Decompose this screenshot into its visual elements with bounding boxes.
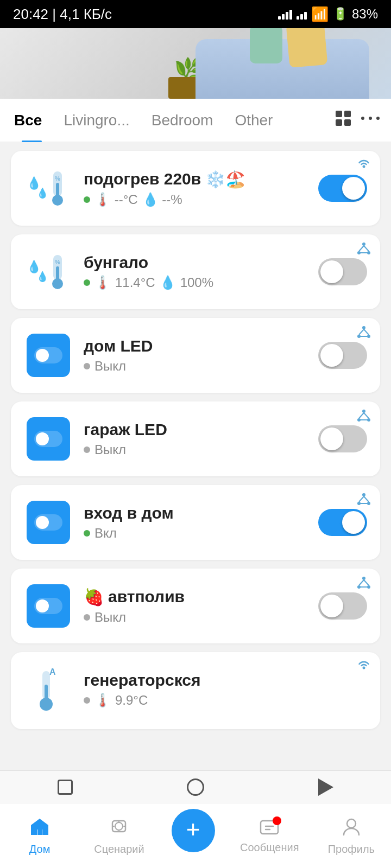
nav-label-home: Дом (29, 843, 51, 856)
sys-back-button[interactable] (315, 776, 337, 798)
svg-point-24 (52, 278, 63, 289)
svg-line-48 (364, 580, 369, 585)
toggle-knob (320, 427, 343, 450)
nav-item-scenarios[interactable]: Сценарий (92, 816, 146, 856)
recent-icon (58, 780, 73, 795)
battery-percent: 83% (352, 7, 378, 22)
hero-pillow1 (286, 28, 328, 68)
status-bar: 20:42 | 4,1 КБ/с 📶 🔋 83% (0, 0, 391, 28)
device-list: 💧 💧 % подогрев 220в ❄️🏖️ 🌡️ --°C 💧 --% (0, 142, 391, 738)
svg-rect-1 (344, 111, 351, 117)
svg-point-6 (376, 117, 380, 120)
status-dot (84, 279, 90, 286)
device-info-generator: генераторскся 🌡️ 9.9°C (84, 671, 367, 708)
device-card-entrance[interactable]: вход в дом Вкл (11, 485, 380, 560)
svg-point-44 (362, 577, 365, 580)
nav-item-messages[interactable]: Сообщения (240, 818, 299, 854)
toggle-heater[interactable] (318, 175, 367, 202)
device-icon-led2 (24, 414, 73, 463)
device-status-dom-led: Выкл (84, 359, 307, 374)
nav-label-scenarios: Сценарий (94, 843, 144, 856)
device-status-entrance: Вкл (84, 526, 307, 541)
device-card-generator[interactable]: A генераторскся 🌡️ 9.9°C (11, 652, 380, 729)
sys-recent-button[interactable] (54, 776, 76, 798)
toggle-dom-led[interactable] (318, 342, 367, 369)
toggle-knob (320, 595, 343, 617)
device-card-heater[interactable]: 💧 💧 % подогрев 220в ❄️🏖️ 🌡️ --°C 💧 --% (11, 151, 380, 226)
svg-line-18 (364, 246, 369, 251)
toggle-entrance[interactable] (318, 509, 367, 536)
svg-rect-53 (45, 685, 48, 700)
svg-point-59 (347, 819, 356, 828)
svg-point-4 (361, 117, 364, 120)
svg-line-36 (364, 413, 369, 418)
wifi-status-icon: 📶 (311, 6, 329, 23)
device-status-autowater: Выкл (84, 610, 307, 625)
scenarios-icon (108, 816, 130, 841)
nav-actions (335, 110, 380, 131)
device-icon-generator: A (24, 665, 73, 714)
sys-home-button[interactable] (185, 776, 206, 798)
tab-bedroom[interactable]: Bedroom (141, 99, 224, 142)
connection-wifi-icon2 (356, 659, 371, 677)
device-info-dom-led: дом LED Выкл (84, 337, 307, 374)
toggle-knob (320, 260, 343, 283)
device-icon-led3 (24, 498, 73, 547)
tab-other[interactable]: Other (224, 99, 283, 142)
device-name-generator: генераторскся (84, 671, 367, 690)
svg-text:%: % (55, 259, 60, 265)
toggle-autowater[interactable] (318, 592, 367, 620)
device-name-entrance: вход в дом (84, 504, 307, 522)
svg-point-26 (362, 326, 365, 329)
system-nav-bar (0, 770, 391, 803)
grid-view-button[interactable] (335, 110, 352, 131)
signal-icon2 (297, 9, 307, 20)
device-name-bungalow: бунгало (84, 253, 307, 272)
svg-rect-0 (336, 111, 342, 117)
status-dot (84, 614, 90, 621)
device-card-garage-led[interactable]: гараж LED Выкл (11, 401, 380, 476)
toggle-bungalow[interactable] (318, 258, 367, 285)
connection-hub-icon (356, 241, 371, 259)
device-card-autowater[interactable]: 🍓 автполив Выкл (11, 569, 380, 643)
toggle-garage-led[interactable] (318, 425, 367, 452)
device-name-dom-led: дом LED (84, 337, 307, 355)
connection-hub-icon4 (356, 492, 371, 510)
device-card-bungalow[interactable]: 💧 💧 % бунгало 🌡️ 11.4°C 💧 100% (11, 234, 380, 309)
more-options-button[interactable] (361, 110, 380, 131)
add-icon: + (186, 818, 200, 841)
nav-add-button[interactable]: + (172, 809, 215, 852)
svg-line-35 (359, 413, 364, 418)
tab-livingroom[interactable]: Livingro... (53, 99, 140, 142)
svg-text:💧: 💧 (36, 187, 49, 199)
svg-rect-2 (336, 119, 342, 126)
profile-icon (340, 816, 362, 841)
nav-item-profile[interactable]: Профиль (324, 816, 379, 856)
status-dot (84, 530, 90, 537)
toggle-knob (342, 177, 365, 200)
svg-point-38 (362, 493, 365, 496)
device-icon-led1 (24, 331, 73, 380)
device-info-bungalow: бунгало 🌡️ 11.4°C 💧 100% (84, 253, 307, 290)
connection-hub-icon3 (356, 408, 371, 426)
tab-all[interactable]: Все (11, 99, 53, 142)
bottom-nav: Дом Сценарий + Сообщения (0, 803, 391, 868)
hero-banner: 🌿 (0, 28, 391, 99)
device-icon-led4 (24, 582, 73, 630)
svg-point-12 (52, 195, 63, 206)
nav-item-home[interactable]: Дом (12, 816, 67, 856)
status-dot (84, 697, 90, 704)
svg-point-5 (369, 117, 372, 120)
device-card-dom-led[interactable]: дом LED Выкл (11, 318, 380, 393)
device-name-autowater: 🍓 автполив (84, 588, 307, 607)
nav-label-messages: Сообщения (240, 841, 299, 854)
connection-hub-icon5 (356, 575, 371, 593)
svg-point-57 (115, 822, 123, 830)
svg-rect-55 (37, 829, 42, 835)
device-icon-thermo2: 💧 💧 % (24, 247, 73, 296)
svg-line-42 (364, 496, 369, 502)
device-status-generator: 🌡️ 9.9°C (84, 693, 367, 708)
home-icon (29, 816, 51, 841)
messages-icon-wrapper (258, 818, 280, 839)
device-status-bungalow: 🌡️ 11.4°C 💧 100% (84, 275, 307, 290)
